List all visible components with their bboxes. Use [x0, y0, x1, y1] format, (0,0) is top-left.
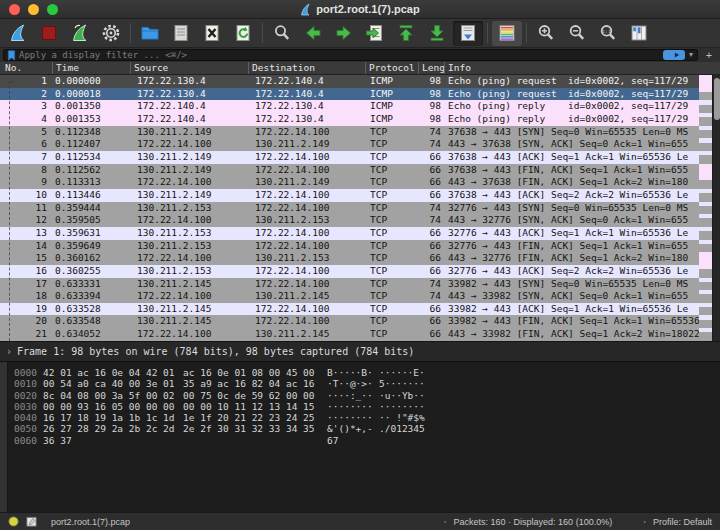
find-packet-button[interactable]: [267, 21, 297, 46]
cell-source: 172.22.140.4: [130, 100, 248, 113]
packet-row[interactable]: 140.359649130.211.2.153172.22.14.100TCP6…: [0, 240, 720, 253]
intelligent-scrollbar-minimap[interactable]: [699, 75, 712, 341]
hex-row[interactable]: 001000 54 a0 ca 40 00 3e 0135 a9 ac 16 8…: [0, 378, 720, 389]
expand-arrow-icon[interactable]: ›: [6, 346, 12, 357]
packet-row[interactable]: 190.633528130.211.2.145172.22.14.100TCP6…: [0, 303, 720, 316]
cell-length: 66: [418, 252, 444, 265]
expert-info-icon[interactable]: [8, 516, 19, 527]
save-file-button[interactable]: [166, 21, 196, 46]
packet-row[interactable]: 120.359505172.22.14.100130.211.2.153TCP7…: [0, 214, 720, 227]
packet-row[interactable]: 180.633394172.22.14.100130.211.2.145TCP7…: [0, 290, 720, 303]
scrollbar-thumb[interactable]: [714, 78, 720, 120]
cell-protocol: ICMP: [365, 75, 418, 88]
zoom-reset-button[interactable]: 1:1: [593, 21, 623, 46]
packet-row[interactable]: 160.360255130.211.2.153172.22.14.100TCP6…: [0, 265, 720, 278]
col-header-destination[interactable]: Destination: [248, 62, 365, 74]
cell-protocol: TCP: [365, 252, 418, 265]
cell-protocol: TCP: [365, 290, 418, 303]
packet-row[interactable]: 90.113313172.22.14.100130.211.2.149TCP66…: [0, 176, 720, 189]
go-back-button[interactable]: [298, 21, 328, 46]
col-header-source[interactable]: Source: [130, 62, 248, 74]
bytes-gutter: [0, 362, 8, 512]
packet-row[interactable]: 60.112407172.22.14.100130.211.2.149TCP74…: [0, 138, 720, 151]
packet-row[interactable]: 150.360162172.22.14.100130.211.2.153TCP6…: [0, 252, 720, 265]
colorize-packets-button[interactable]: [492, 21, 522, 46]
cell-destination: 172.22.140.4: [248, 88, 365, 101]
col-header-time[interactable]: Time: [52, 62, 130, 74]
packet-row[interactable]: 80.112562130.211.2.149172.22.14.100TCP66…: [0, 164, 720, 177]
packet-row[interactable]: 130.359631130.211.2.153172.22.14.100TCP6…: [0, 227, 720, 240]
hex-offset: 0010: [14, 378, 42, 389]
cell-length: 66: [418, 227, 444, 240]
col-header-protocol[interactable]: Protocol: [365, 62, 418, 74]
packet-row[interactable]: 210.634052172.22.14.100130.211.2.145TCP6…: [0, 328, 720, 341]
packet-list-scrollbar[interactable]: [712, 75, 720, 341]
packet-row[interactable]: 30.001350172.22.140.4172.22.130.4ICMP98E…: [0, 100, 720, 113]
display-filter-input[interactable]: [19, 50, 660, 60]
cell-protocol: TCP: [365, 227, 418, 240]
packet-row[interactable]: 170.633331130.211.2.145172.22.14.100TCP7…: [0, 278, 720, 291]
go-last-packet-button[interactable]: [422, 21, 452, 46]
capture-options-button[interactable]: [96, 21, 126, 46]
packet-row[interactable]: 100.113446130.211.2.149172.22.14.100TCP6…: [0, 189, 720, 202]
packet-row[interactable]: 200.633548130.211.2.145172.22.14.100TCP6…: [0, 315, 720, 328]
packet-row[interactable]: 70.112534130.211.2.149172.22.14.100TCP66…: [0, 151, 720, 164]
hex-row[interactable]: 003000 00 93 16 05 00 00 0000 00 10 11 1…: [0, 401, 720, 412]
add-filter-button[interactable]: +: [702, 50, 716, 61]
filter-dropdown-caret[interactable]: ▾: [688, 50, 694, 60]
profile-label[interactable]: Profile: Default: [653, 517, 712, 527]
col-header-no[interactable]: No.: [0, 62, 52, 74]
hex-row[interactable]: 004016 17 18 19 1a 1b 1c 1d1e 1f 20 21 2…: [0, 412, 720, 423]
col-header-length[interactable]: Length: [418, 62, 444, 74]
cell-info: 443 → 37638 [FIN, ACK] Seq=1 Ack=2 Win=1…: [444, 176, 720, 189]
open-file-button[interactable]: [135, 21, 165, 46]
resize-columns-button[interactable]: [624, 21, 654, 46]
cell-info: 32776 → 443 [FIN, ACK] Seq=1 Ack=1 Win=6…: [444, 240, 720, 253]
frame-summary[interactable]: Frame 1: 98 bytes on wire (784 bits), 98…: [17, 346, 414, 357]
cell-length: 66: [418, 151, 444, 164]
apply-filter-button[interactable]: [663, 50, 685, 60]
statusbar-filename[interactable]: port2.root.1(7).pcap: [51, 517, 130, 527]
hex-bytes: 00 75 0c de 59 62 00 00: [183, 390, 323, 401]
cell-info: 33982 → 443 [SYN] Seq=0 Win=65535 Len=0 …: [444, 278, 720, 291]
filter-bookmark-icon[interactable]: [7, 50, 16, 61]
reload-file-button[interactable]: [228, 21, 258, 46]
go-to-packet-button[interactable]: [360, 21, 390, 46]
hex-bytes: 16 17 18 19 1a 1b 1c 1d: [43, 412, 183, 423]
close-doc-icon: [202, 23, 222, 43]
zoom-out-button[interactable]: [562, 21, 592, 46]
hex-row[interactable]: 006036 3767: [0, 435, 720, 446]
go-first-packet-button[interactable]: [391, 21, 421, 46]
cell-length: 66: [418, 240, 444, 253]
minimize-window-button[interactable]: [28, 4, 39, 15]
hex-row[interactable]: 00208c 04 08 00 3a 5f 00 0200 75 0c de 5…: [0, 390, 720, 401]
packet-row[interactable]: 40.001353172.22.140.4172.22.130.4ICMP98E…: [0, 113, 720, 126]
start-capture-button[interactable]: [3, 21, 33, 46]
packet-row[interactable]: 110.359444130.211.2.153172.22.14.100TCP7…: [0, 202, 720, 215]
col-header-info[interactable]: Info: [444, 62, 720, 74]
hex-bytes: 35 a9 ac 16 82 04 ac 16: [183, 378, 323, 389]
packets-summary: Packets: 160 · Displayed: 160 (100.0%): [454, 517, 613, 527]
zoom-window-button[interactable]: [47, 4, 58, 15]
capture-comment-icon[interactable]: [26, 516, 37, 527]
display-filter-field[interactable]: ▾: [3, 49, 698, 61]
packet-row[interactable]: 10.000000172.22.130.4172.22.140.4ICMP98E…: [0, 75, 720, 88]
cell-time: 0.634052: [52, 328, 130, 341]
close-window-button[interactable]: [9, 4, 20, 15]
cell-length: 66: [418, 315, 444, 328]
cell-source: 130.211.2.153: [130, 240, 248, 253]
hex-row[interactable]: 005026 27 28 29 2a 2b 2c 2d2e 2f 30 31 3…: [0, 423, 720, 434]
restart-capture-button[interactable]: [65, 21, 95, 46]
packet-row[interactable]: 50.112348130.211.2.149172.22.14.100TCP74…: [0, 126, 720, 139]
hex-row[interactable]: 000042 01 ac 16 0e 04 42 01ac 16 0e 01 0…: [0, 367, 720, 378]
cell-destination: 130.211.2.153: [248, 252, 365, 265]
cell-source: 172.22.140.4: [130, 113, 248, 126]
close-file-button[interactable]: [197, 21, 227, 46]
auto-scroll-button[interactable]: [453, 21, 483, 46]
cell-destination: 130.211.2.153: [248, 214, 365, 227]
cell-source: 130.211.2.153: [130, 227, 248, 240]
zoom-in-button[interactable]: [531, 21, 561, 46]
stop-capture-button[interactable]: [34, 21, 64, 46]
packet-row[interactable]: 20.000018172.22.130.4172.22.140.4ICMP98E…: [0, 88, 720, 101]
go-forward-button[interactable]: [329, 21, 359, 46]
